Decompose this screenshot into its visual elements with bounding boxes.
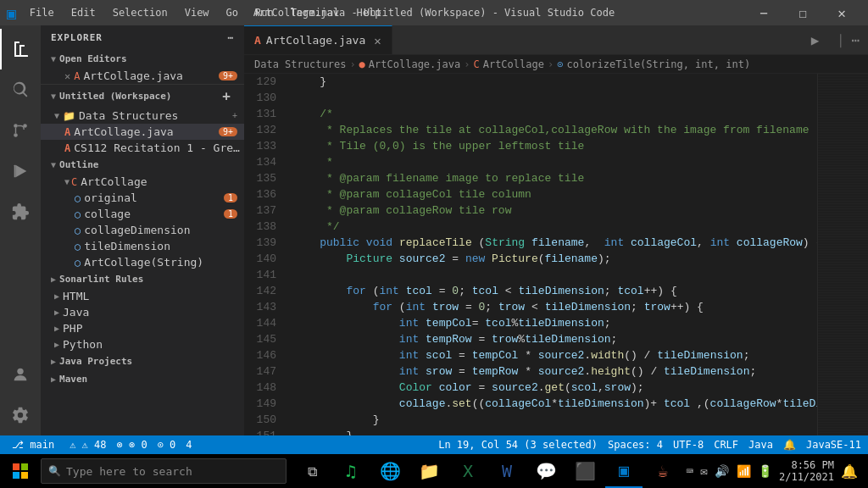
taskbar-search[interactable]: 🔍 Type here to search bbox=[41, 458, 287, 484]
search-placeholder[interactable]: Type here to search bbox=[66, 465, 192, 478]
sonarlint-php[interactable]: ▶ PHP bbox=[41, 320, 244, 336]
window-title: ArtCollage.java - Untitled (Workspace) -… bbox=[253, 7, 615, 19]
chevron-icon: ▼ bbox=[51, 92, 56, 101]
outline-constructor[interactable]: ○ ArtCollage(String) bbox=[41, 254, 244, 270]
taskbar-app-edge[interactable]: 🌐 bbox=[371, 454, 409, 488]
add-folder-icon[interactable]: + bbox=[222, 88, 231, 104]
outline-artcollage[interactable]: ▼ C ArtCollage bbox=[41, 174, 244, 190]
sonarlint-section[interactable]: ▶ Sonarlint Rules bbox=[41, 270, 244, 288]
status-branch[interactable]: ⎇ main bbox=[7, 439, 59, 451]
taskbar-app-minecraft[interactable]: ⬛ bbox=[566, 454, 604, 488]
taskbar-app-java[interactable]: ☕ bbox=[644, 454, 682, 488]
taskbar-app-vscode[interactable]: ▣ bbox=[605, 454, 643, 488]
warning-icon: ⊗ bbox=[117, 439, 123, 451]
breadcrumb-file-icon: ● bbox=[359, 58, 365, 70]
status-spaces[interactable]: Spaces: 4 bbox=[608, 439, 663, 451]
sonarlint-html[interactable]: ▶ HTML bbox=[41, 288, 244, 304]
svg-rect-12 bbox=[13, 472, 19, 479]
menu-edit[interactable]: Edit bbox=[64, 5, 103, 20]
status-encoding[interactable]: UTF-8 bbox=[673, 439, 704, 451]
tab-artcollage[interactable]: A ArtCollage.java ✕ bbox=[244, 25, 392, 54]
menu-view[interactable]: View bbox=[178, 5, 216, 20]
taskbar-app-spotify[interactable]: ♫ bbox=[332, 454, 370, 488]
sonarlint-python[interactable]: ▶ Python bbox=[41, 336, 244, 352]
window-controls[interactable]: − ☐ ✕ bbox=[744, 0, 861, 25]
start-button[interactable] bbox=[3, 454, 37, 488]
activity-search[interactable] bbox=[0, 69, 41, 110]
sidebar-more-icon[interactable]: ⋯ bbox=[227, 32, 234, 43]
code-editor[interactable]: 129 130 131 132 133 134 135 136 137 138 … bbox=[244, 74, 868, 435]
code-line-145: int tempRow = trow%tileDimension; bbox=[293, 331, 817, 347]
status-number[interactable]: 4 bbox=[186, 439, 192, 451]
folder-data-structures[interactable]: ▼ 📁 Data Structures + bbox=[41, 108, 244, 124]
folder-chevron-icon: ▼ bbox=[54, 111, 59, 120]
svg-point-5 bbox=[14, 124, 18, 128]
menu-selection[interactable]: Selection bbox=[106, 5, 175, 20]
java-projects-section[interactable]: ▶ Java Projects bbox=[41, 352, 244, 370]
taskbar-app-discord[interactable]: 💬 bbox=[527, 454, 565, 488]
taskbar-app-excel[interactable]: X bbox=[449, 454, 487, 488]
status-position[interactable]: Ln 19, Col 54 (3 selected) bbox=[438, 439, 598, 451]
activity-settings[interactable] bbox=[0, 395, 41, 435]
activity-source-control[interactable] bbox=[0, 110, 41, 151]
chevron-icon: ▶ bbox=[54, 340, 59, 349]
maven-section[interactable]: ▶ Maven bbox=[41, 370, 244, 388]
code-line-129: } bbox=[293, 74, 817, 90]
minimize-button[interactable]: − bbox=[744, 0, 783, 25]
workspace-section[interactable]: ▼ Untitled (Workspace) + bbox=[41, 85, 244, 108]
activity-explorer[interactable] bbox=[0, 29, 41, 69]
status-eol[interactable]: CRLF bbox=[714, 439, 738, 451]
outline-tile-dimension[interactable]: ○ tileDimension bbox=[41, 238, 244, 254]
breadcrumb-method[interactable]: colorizeTile(String, int, int) bbox=[566, 58, 750, 70]
outline-section[interactable]: ▼ Outline bbox=[41, 156, 244, 174]
activity-run[interactable] bbox=[0, 151, 41, 191]
status-warnings[interactable]: ⊗ ⊗ 0 bbox=[117, 439, 147, 451]
breadcrumb-data-structures[interactable]: Data Structures bbox=[254, 58, 346, 70]
svg-point-9 bbox=[17, 369, 23, 374]
tab-java-icon: A bbox=[254, 34, 261, 47]
open-file-artcollage[interactable]: ✕ A ArtCollage.java 9+ bbox=[41, 68, 244, 84]
open-editors-section[interactable]: ▼ Open Editors bbox=[41, 50, 244, 68]
menu-file[interactable]: File bbox=[23, 5, 61, 20]
run-icon[interactable]: ▶ bbox=[810, 30, 821, 50]
minimap bbox=[817, 74, 868, 435]
close-icon[interactable]: ✕ bbox=[64, 70, 70, 82]
file-cs112[interactable]: A CS112 Recitation 1 - Greatest Hits o..… bbox=[41, 140, 244, 156]
status-remote[interactable]: JavaSE-11 bbox=[806, 439, 861, 451]
taskbar-app-task-view[interactable]: ⧉ bbox=[293, 454, 331, 488]
outline-collage[interactable]: ○ collage 1 bbox=[41, 206, 244, 222]
maximize-button[interactable]: ☐ bbox=[783, 0, 822, 25]
tab-close-button[interactable]: ✕ bbox=[374, 34, 381, 47]
status-language[interactable]: Java bbox=[748, 439, 773, 451]
system-tray-icons[interactable]: ⌨ ✉ 🔊 📶 🔋 bbox=[686, 464, 772, 478]
close-button[interactable]: ✕ bbox=[822, 0, 861, 25]
field-icon3: ○ bbox=[75, 225, 81, 236]
breadcrumb-method-icon: ⊙ bbox=[557, 58, 563, 70]
taskbar-app-explorer[interactable]: 📁 bbox=[410, 454, 448, 488]
file-artcollage-java[interactable]: A ArtCollage.java 9+ bbox=[41, 124, 244, 140]
outline-original[interactable]: ○ original 1 bbox=[41, 190, 244, 206]
app-logo: ▣ bbox=[7, 4, 16, 22]
breadcrumb-class[interactable]: ArtCollage bbox=[483, 58, 544, 70]
taskbar-clock[interactable]: 8:56 PM 2/11/2021 bbox=[779, 459, 834, 483]
activity-account[interactable] bbox=[0, 354, 41, 395]
code-content[interactable]: } /* * Replaces the tile at collageCol,c… bbox=[287, 74, 817, 435]
outline-collage-dimension[interactable]: ○ collageDimension bbox=[41, 222, 244, 238]
taskbar-app-word[interactable]: W bbox=[488, 454, 526, 488]
status-notifications[interactable]: 🔔 bbox=[783, 439, 796, 451]
breadcrumb-sep1: › bbox=[349, 58, 355, 70]
sonarlint-java[interactable]: ▶ Java bbox=[41, 304, 244, 320]
notification-icon[interactable]: 🔔 bbox=[841, 463, 858, 480]
status-info[interactable]: ⊙ 0 bbox=[158, 439, 176, 451]
activity-extensions[interactable] bbox=[0, 191, 41, 232]
add-icon[interactable]: + bbox=[232, 111, 237, 120]
status-errors[interactable]: ⚠ ⚠ 48 bbox=[70, 439, 106, 451]
status-bar-right: Ln 19, Col 54 (3 selected) Spaces: 4 UTF… bbox=[438, 439, 861, 451]
chevron-icon: ▶ bbox=[51, 357, 56, 366]
menu-go[interactable]: Go bbox=[220, 5, 245, 20]
more-actions-icon[interactable]: ⋯ bbox=[849, 30, 861, 50]
breadcrumb-file[interactable]: ArtCollage.java bbox=[369, 58, 460, 70]
split-editor-icon[interactable]: ⎹ bbox=[827, 30, 843, 50]
breadcrumb: Data Structures › ● ArtCollage.java › C … bbox=[244, 55, 868, 74]
chevron-icon: ▶ bbox=[51, 274, 56, 284]
